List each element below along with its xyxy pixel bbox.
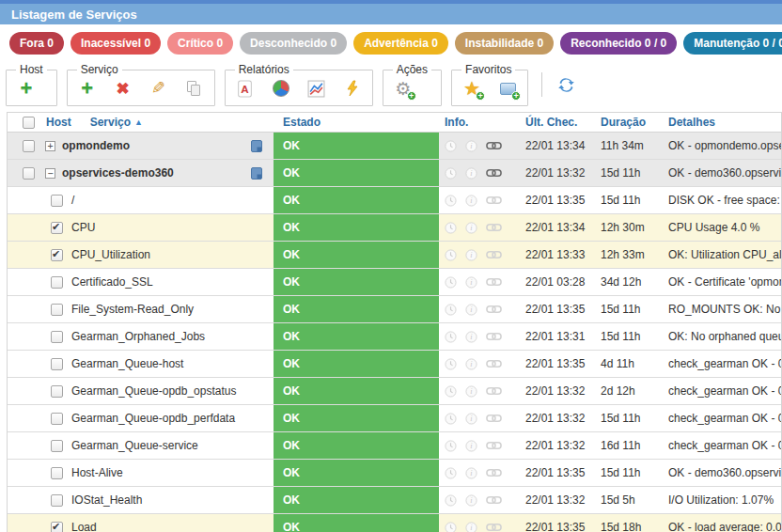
info-circle-icon[interactable]: i [465, 222, 477, 234]
row-checkbox[interactable] [51, 358, 63, 370]
row-checkbox[interactable] [23, 140, 35, 152]
recheck-schedule-icon[interactable] [445, 249, 457, 261]
status-pill[interactable]: Advertência 0 [353, 32, 448, 55]
column-header-last-check[interactable]: Últ. Chec. [525, 116, 577, 129]
info-circle-icon[interactable]: i [465, 331, 477, 343]
row-checkbox[interactable] [51, 494, 63, 507]
service-name[interactable]: opmondemo [62, 139, 130, 152]
recheck-schedule-icon[interactable] [445, 385, 457, 398]
info-circle-icon[interactable]: i [465, 358, 477, 370]
service-name[interactable]: Gearman_Orphaned_Jobs [71, 330, 205, 343]
service-name[interactable]: Gearman_Queue-opdb_opstatus [71, 384, 236, 398]
column-header-state[interactable]: Estado [283, 116, 321, 129]
row-checkbox[interactable] [51, 385, 63, 398]
row-checkbox[interactable] [51, 276, 63, 289]
recheck-schedule-icon[interactable] [445, 195, 457, 207]
column-header-details[interactable]: Detalhes [668, 116, 715, 129]
pdf-report-button[interactable]: A [235, 78, 256, 99]
recheck-schedule-icon[interactable] [445, 276, 457, 289]
add-screenshot-favorite-button[interactable]: + [497, 78, 518, 99]
link-icon[interactable] [486, 141, 502, 150]
graph-report-button[interactable] [306, 78, 327, 99]
info-circle-icon[interactable]: i [465, 522, 477, 532]
recheck-schedule-icon[interactable] [445, 140, 457, 152]
info-circle-icon[interactable]: i [465, 167, 477, 180]
info-circle-icon[interactable]: i [465, 304, 477, 316]
status-pill[interactable]: Crítico 0 [167, 32, 233, 55]
link-icon[interactable] [486, 495, 502, 505]
pie-report-button[interactable] [271, 78, 291, 99]
service-name[interactable]: Gearman_Queue-host [71, 357, 183, 370]
row-checkbox[interactable] [51, 195, 63, 207]
link-icon[interactable] [486, 414, 502, 423]
info-circle-icon[interactable]: i [465, 249, 477, 261]
add-service-button[interactable]: + [77, 78, 98, 99]
row-checkbox[interactable] [51, 249, 63, 261]
expand-toggle[interactable]: − [45, 168, 55, 179]
status-pill[interactable]: Instabilidade 0 [455, 32, 554, 55]
link-icon[interactable] [486, 359, 502, 368]
recheck-schedule-icon[interactable] [445, 522, 457, 532]
service-name[interactable]: IOStat_Health [71, 493, 142, 507]
delete-service-button[interactable]: ✖ [113, 78, 133, 99]
row-checkbox[interactable] [51, 304, 63, 316]
recheck-schedule-icon[interactable] [445, 304, 457, 316]
copy-service-button[interactable] [184, 78, 205, 99]
recheck-schedule-icon[interactable] [445, 413, 457, 425]
link-icon[interactable] [486, 168, 502, 178]
service-name[interactable]: File_System-Read_Only [71, 303, 194, 316]
link-icon[interactable] [486, 523, 502, 532]
link-icon[interactable] [486, 196, 502, 205]
row-checkbox[interactable] [51, 522, 63, 532]
column-header-info[interactable]: Info. [445, 116, 468, 129]
link-icon[interactable] [486, 250, 502, 259]
info-circle-icon[interactable]: i [465, 195, 477, 207]
recheck-schedule-icon[interactable] [445, 358, 457, 370]
row-checkbox[interactable] [51, 222, 63, 234]
info-circle-icon[interactable]: i [465, 385, 477, 398]
recheck-schedule-icon[interactable] [445, 222, 457, 234]
link-icon[interactable] [486, 223, 502, 232]
column-header-service[interactable]: Serviço ▲ [90, 116, 143, 129]
info-circle-icon[interactable]: i [465, 440, 477, 452]
service-name[interactable]: Host-Alive [71, 466, 123, 479]
link-icon[interactable] [486, 441, 502, 450]
add-favorite-button[interactable]: ★ + [461, 78, 482, 99]
link-icon[interactable] [486, 386, 502, 396]
service-name[interactable]: CPU_Utilization [71, 248, 150, 261]
service-name[interactable]: Certificado_SSL [71, 275, 153, 289]
refresh-button[interactable] [555, 74, 576, 95]
service-name[interactable]: Load [71, 521, 97, 532]
service-name[interactable]: Gearman_Queue-opdb_perfdata [71, 412, 235, 425]
link-icon[interactable] [486, 305, 502, 314]
status-pill[interactable]: Inacessível 0 [70, 32, 161, 55]
column-header-duration[interactable]: Duração [601, 116, 646, 129]
info-circle-icon[interactable]: i [465, 467, 477, 479]
column-header-host[interactable]: Host [46, 116, 71, 129]
info-circle-icon[interactable]: i [465, 494, 477, 507]
add-action-button[interactable]: ⚙ + [393, 78, 414, 99]
recheck-schedule-icon[interactable] [445, 331, 457, 343]
status-pill[interactable]: Manutenção 0 / 0 [683, 32, 782, 55]
link-icon[interactable] [486, 332, 502, 341]
status-pill[interactable]: Fora 0 [9, 32, 64, 55]
info-circle-icon[interactable]: i [465, 140, 477, 152]
info-circle-icon[interactable]: i [465, 276, 477, 289]
service-name[interactable]: opservices-demo360 [62, 166, 174, 180]
recheck-schedule-icon[interactable] [445, 167, 457, 180]
link-icon[interactable] [486, 468, 502, 477]
info-circle-icon[interactable]: i [465, 413, 477, 425]
status-pill[interactable]: Reconhecido 0 / 0 [560, 32, 677, 55]
row-checkbox[interactable] [51, 467, 63, 479]
row-checkbox[interactable] [51, 440, 63, 452]
event-report-button[interactable] [342, 78, 363, 99]
recheck-schedule-icon[interactable] [445, 440, 457, 452]
add-host-button[interactable]: + [16, 78, 37, 99]
service-name[interactable]: CPU [71, 221, 95, 234]
row-checkbox[interactable] [23, 167, 35, 180]
service-name[interactable]: / [71, 194, 74, 207]
edit-service-button[interactable]: ✎ [149, 78, 169, 99]
recheck-schedule-icon[interactable] [445, 494, 457, 507]
row-checkbox[interactable] [51, 331, 63, 343]
status-pill[interactable]: Desconhecido 0 [240, 32, 347, 55]
